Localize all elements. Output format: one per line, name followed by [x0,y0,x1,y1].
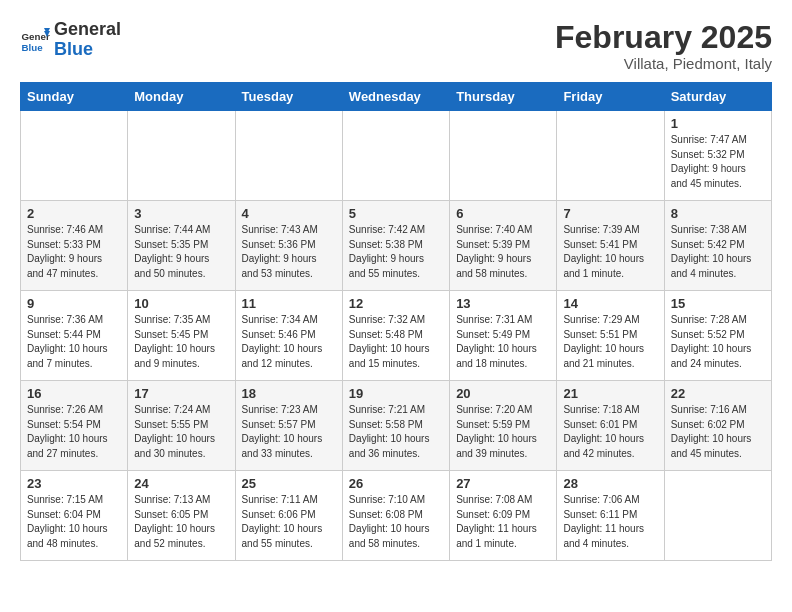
calendar-cell: 24Sunrise: 7:13 AM Sunset: 6:05 PM Dayli… [128,471,235,561]
calendar-week-2: 2Sunrise: 7:46 AM Sunset: 5:33 PM Daylig… [21,201,772,291]
day-number: 9 [27,296,121,311]
day-info: Sunrise: 7:08 AM Sunset: 6:09 PM Dayligh… [456,493,550,551]
day-info: Sunrise: 7:31 AM Sunset: 5:49 PM Dayligh… [456,313,550,371]
calendar-cell: 8Sunrise: 7:38 AM Sunset: 5:42 PM Daylig… [664,201,771,291]
day-info: Sunrise: 7:18 AM Sunset: 6:01 PM Dayligh… [563,403,657,461]
calendar-cell [128,111,235,201]
day-info: Sunrise: 7:16 AM Sunset: 6:02 PM Dayligh… [671,403,765,461]
day-number: 18 [242,386,336,401]
calendar-week-4: 16Sunrise: 7:26 AM Sunset: 5:54 PM Dayli… [21,381,772,471]
day-number: 15 [671,296,765,311]
calendar-cell: 23Sunrise: 7:15 AM Sunset: 6:04 PM Dayli… [21,471,128,561]
day-info: Sunrise: 7:21 AM Sunset: 5:58 PM Dayligh… [349,403,443,461]
calendar-cell: 17Sunrise: 7:24 AM Sunset: 5:55 PM Dayli… [128,381,235,471]
calendar-cell: 5Sunrise: 7:42 AM Sunset: 5:38 PM Daylig… [342,201,449,291]
day-number: 28 [563,476,657,491]
calendar-cell: 13Sunrise: 7:31 AM Sunset: 5:49 PM Dayli… [450,291,557,381]
day-number: 13 [456,296,550,311]
day-number: 23 [27,476,121,491]
day-info: Sunrise: 7:39 AM Sunset: 5:41 PM Dayligh… [563,223,657,281]
calendar-week-3: 9Sunrise: 7:36 AM Sunset: 5:44 PM Daylig… [21,291,772,381]
calendar-cell: 9Sunrise: 7:36 AM Sunset: 5:44 PM Daylig… [21,291,128,381]
day-number: 12 [349,296,443,311]
day-info: Sunrise: 7:06 AM Sunset: 6:11 PM Dayligh… [563,493,657,551]
day-info: Sunrise: 7:24 AM Sunset: 5:55 PM Dayligh… [134,403,228,461]
month-title: February 2025 [555,20,772,55]
calendar-cell: 26Sunrise: 7:10 AM Sunset: 6:08 PM Dayli… [342,471,449,561]
day-number: 8 [671,206,765,221]
weekday-header-friday: Friday [557,83,664,111]
calendar-cell: 4Sunrise: 7:43 AM Sunset: 5:36 PM Daylig… [235,201,342,291]
day-info: Sunrise: 7:32 AM Sunset: 5:48 PM Dayligh… [349,313,443,371]
day-info: Sunrise: 7:40 AM Sunset: 5:39 PM Dayligh… [456,223,550,281]
day-info: Sunrise: 7:20 AM Sunset: 5:59 PM Dayligh… [456,403,550,461]
calendar-cell: 28Sunrise: 7:06 AM Sunset: 6:11 PM Dayli… [557,471,664,561]
weekday-header-tuesday: Tuesday [235,83,342,111]
calendar-cell [342,111,449,201]
calendar-cell: 3Sunrise: 7:44 AM Sunset: 5:35 PM Daylig… [128,201,235,291]
day-number: 1 [671,116,765,131]
weekday-header-saturday: Saturday [664,83,771,111]
day-number: 26 [349,476,443,491]
day-number: 2 [27,206,121,221]
day-number: 16 [27,386,121,401]
calendar-table: SundayMondayTuesdayWednesdayThursdayFrid… [20,82,772,561]
calendar-cell [450,111,557,201]
day-info: Sunrise: 7:42 AM Sunset: 5:38 PM Dayligh… [349,223,443,281]
calendar-cell: 18Sunrise: 7:23 AM Sunset: 5:57 PM Dayli… [235,381,342,471]
calendar-cell: 1Sunrise: 7:47 AM Sunset: 5:32 PM Daylig… [664,111,771,201]
day-number: 7 [563,206,657,221]
day-info: Sunrise: 7:36 AM Sunset: 5:44 PM Dayligh… [27,313,121,371]
day-info: Sunrise: 7:23 AM Sunset: 5:57 PM Dayligh… [242,403,336,461]
logo-icon: General Blue [20,25,50,55]
calendar-cell: 12Sunrise: 7:32 AM Sunset: 5:48 PM Dayli… [342,291,449,381]
calendar-cell [557,111,664,201]
calendar-week-5: 23Sunrise: 7:15 AM Sunset: 6:04 PM Dayli… [21,471,772,561]
day-number: 4 [242,206,336,221]
day-number: 11 [242,296,336,311]
day-info: Sunrise: 7:34 AM Sunset: 5:46 PM Dayligh… [242,313,336,371]
day-number: 6 [456,206,550,221]
day-number: 24 [134,476,228,491]
calendar-cell: 16Sunrise: 7:26 AM Sunset: 5:54 PM Dayli… [21,381,128,471]
day-info: Sunrise: 7:26 AM Sunset: 5:54 PM Dayligh… [27,403,121,461]
page-header: General Blue General Blue February 2025 … [20,20,772,72]
day-info: Sunrise: 7:47 AM Sunset: 5:32 PM Dayligh… [671,133,765,191]
calendar-cell: 14Sunrise: 7:29 AM Sunset: 5:51 PM Dayli… [557,291,664,381]
day-info: Sunrise: 7:35 AM Sunset: 5:45 PM Dayligh… [134,313,228,371]
calendar-cell: 27Sunrise: 7:08 AM Sunset: 6:09 PM Dayli… [450,471,557,561]
calendar-cell: 15Sunrise: 7:28 AM Sunset: 5:52 PM Dayli… [664,291,771,381]
calendar-cell: 6Sunrise: 7:40 AM Sunset: 5:39 PM Daylig… [450,201,557,291]
day-number: 22 [671,386,765,401]
calendar-week-1: 1Sunrise: 7:47 AM Sunset: 5:32 PM Daylig… [21,111,772,201]
day-number: 25 [242,476,336,491]
day-info: Sunrise: 7:29 AM Sunset: 5:51 PM Dayligh… [563,313,657,371]
svg-text:Blue: Blue [22,41,44,52]
day-number: 5 [349,206,443,221]
logo: General Blue General Blue [20,20,121,60]
day-number: 14 [563,296,657,311]
calendar-cell: 25Sunrise: 7:11 AM Sunset: 6:06 PM Dayli… [235,471,342,561]
day-number: 17 [134,386,228,401]
calendar-cell: 22Sunrise: 7:16 AM Sunset: 6:02 PM Dayli… [664,381,771,471]
day-info: Sunrise: 7:10 AM Sunset: 6:08 PM Dayligh… [349,493,443,551]
weekday-header-thursday: Thursday [450,83,557,111]
title-block: February 2025 Villata, Piedmont, Italy [555,20,772,72]
calendar-cell: 11Sunrise: 7:34 AM Sunset: 5:46 PM Dayli… [235,291,342,381]
day-info: Sunrise: 7:13 AM Sunset: 6:05 PM Dayligh… [134,493,228,551]
calendar-cell: 20Sunrise: 7:20 AM Sunset: 5:59 PM Dayli… [450,381,557,471]
day-number: 19 [349,386,443,401]
day-info: Sunrise: 7:46 AM Sunset: 5:33 PM Dayligh… [27,223,121,281]
day-number: 27 [456,476,550,491]
calendar-cell: 2Sunrise: 7:46 AM Sunset: 5:33 PM Daylig… [21,201,128,291]
day-info: Sunrise: 7:44 AM Sunset: 5:35 PM Dayligh… [134,223,228,281]
day-number: 10 [134,296,228,311]
calendar-cell [21,111,128,201]
day-number: 20 [456,386,550,401]
day-info: Sunrise: 7:38 AM Sunset: 5:42 PM Dayligh… [671,223,765,281]
calendar-cell: 7Sunrise: 7:39 AM Sunset: 5:41 PM Daylig… [557,201,664,291]
calendar-cell: 19Sunrise: 7:21 AM Sunset: 5:58 PM Dayli… [342,381,449,471]
weekday-header-sunday: Sunday [21,83,128,111]
calendar-cell: 10Sunrise: 7:35 AM Sunset: 5:45 PM Dayli… [128,291,235,381]
day-info: Sunrise: 7:15 AM Sunset: 6:04 PM Dayligh… [27,493,121,551]
